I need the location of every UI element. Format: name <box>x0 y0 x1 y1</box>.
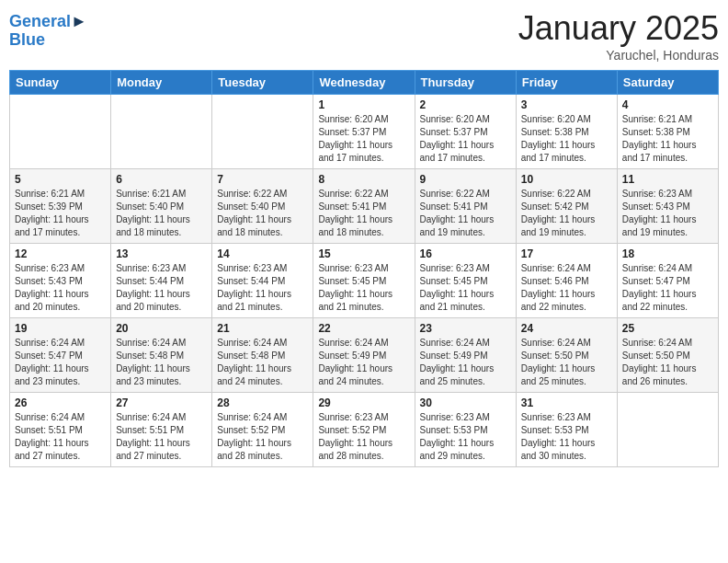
calendar-day-cell: 18Sunrise: 6:24 AMSunset: 5:47 PMDayligh… <box>617 244 718 318</box>
calendar-week-row: 19Sunrise: 6:24 AMSunset: 5:47 PMDayligh… <box>10 318 719 393</box>
weekday-header-cell: Friday <box>516 71 617 95</box>
day-number: 7 <box>217 173 308 186</box>
day-number: 9 <box>420 173 511 186</box>
day-number: 21 <box>217 322 308 335</box>
day-info: Sunrise: 6:23 AMSunset: 5:53 PMDaylight:… <box>521 411 612 463</box>
calendar-day-cell: 3Sunrise: 6:20 AMSunset: 5:38 PMDaylight… <box>516 95 617 169</box>
title-block: January 2025 Yaruchel, Honduras <box>518 9 719 63</box>
day-info: Sunrise: 6:21 AMSunset: 5:40 PMDaylight:… <box>116 188 207 239</box>
day-info: Sunrise: 6:24 AMSunset: 5:51 PMDaylight:… <box>116 411 207 463</box>
weekday-header-cell: Tuesday <box>212 71 313 95</box>
day-info: Sunrise: 6:22 AMSunset: 5:42 PMDaylight:… <box>521 188 612 239</box>
calendar-day-cell: 5Sunrise: 6:21 AMSunset: 5:39 PMDaylight… <box>10 169 111 244</box>
day-number: 31 <box>521 396 612 409</box>
day-number: 27 <box>116 396 207 409</box>
page-header: General► Blue January 2025 Yaruchel, Hon… <box>9 9 719 63</box>
location: Yaruchel, Honduras <box>518 48 719 63</box>
day-info: Sunrise: 6:20 AMSunset: 5:37 PMDaylight:… <box>318 113 409 165</box>
day-info: Sunrise: 6:24 AMSunset: 5:51 PMDaylight:… <box>15 411 106 463</box>
calendar-day-cell <box>10 95 111 169</box>
logo-text: General► <box>9 13 87 31</box>
calendar-day-cell: 21Sunrise: 6:24 AMSunset: 5:48 PMDayligh… <box>212 318 313 393</box>
day-number: 5 <box>15 173 106 186</box>
calendar-day-cell: 22Sunrise: 6:24 AMSunset: 5:49 PMDayligh… <box>313 318 415 393</box>
day-number: 24 <box>521 322 612 335</box>
day-number: 12 <box>15 247 106 260</box>
calendar-day-cell: 20Sunrise: 6:24 AMSunset: 5:48 PMDayligh… <box>111 318 212 393</box>
calendar-day-cell: 8Sunrise: 6:22 AMSunset: 5:41 PMDaylight… <box>313 169 415 244</box>
calendar-day-cell: 12Sunrise: 6:23 AMSunset: 5:43 PMDayligh… <box>10 244 111 318</box>
day-info: Sunrise: 6:24 AMSunset: 5:50 PMDaylight:… <box>622 337 713 388</box>
calendar-day-cell: 15Sunrise: 6:23 AMSunset: 5:45 PMDayligh… <box>313 244 415 318</box>
weekday-header-row: SundayMondayTuesdayWednesdayThursdayFrid… <box>10 71 719 95</box>
calendar-day-cell: 14Sunrise: 6:23 AMSunset: 5:44 PMDayligh… <box>212 244 313 318</box>
calendar-day-cell: 6Sunrise: 6:21 AMSunset: 5:40 PMDaylight… <box>111 169 212 244</box>
day-info: Sunrise: 6:24 AMSunset: 5:49 PMDaylight:… <box>318 337 409 388</box>
day-info: Sunrise: 6:23 AMSunset: 5:45 PMDaylight:… <box>420 262 511 314</box>
day-number: 8 <box>318 173 409 186</box>
day-number: 30 <box>420 396 511 409</box>
day-info: Sunrise: 6:23 AMSunset: 5:53 PMDaylight:… <box>420 411 511 463</box>
calendar-week-row: 12Sunrise: 6:23 AMSunset: 5:43 PMDayligh… <box>10 244 719 318</box>
day-number: 26 <box>15 396 106 409</box>
calendar-day-cell: 29Sunrise: 6:23 AMSunset: 5:52 PMDayligh… <box>313 393 415 467</box>
calendar-day-cell: 31Sunrise: 6:23 AMSunset: 5:53 PMDayligh… <box>516 393 617 467</box>
calendar-day-cell: 26Sunrise: 6:24 AMSunset: 5:51 PMDayligh… <box>10 393 111 467</box>
day-info: Sunrise: 6:24 AMSunset: 5:48 PMDaylight:… <box>217 337 308 388</box>
month-title: January 2025 <box>518 9 719 48</box>
day-number: 14 <box>217 247 308 260</box>
calendar-week-row: 5Sunrise: 6:21 AMSunset: 5:39 PMDaylight… <box>10 169 719 244</box>
calendar-body: 1Sunrise: 6:20 AMSunset: 5:37 PMDaylight… <box>10 95 719 467</box>
day-number: 2 <box>420 98 511 111</box>
day-number: 23 <box>420 322 511 335</box>
day-info: Sunrise: 6:24 AMSunset: 5:50 PMDaylight:… <box>521 337 612 388</box>
day-number: 17 <box>521 247 612 260</box>
calendar-week-row: 26Sunrise: 6:24 AMSunset: 5:51 PMDayligh… <box>10 393 719 467</box>
weekday-header-cell: Monday <box>111 71 212 95</box>
weekday-header-cell: Saturday <box>617 71 718 95</box>
day-number: 20 <box>116 322 207 335</box>
day-info: Sunrise: 6:23 AMSunset: 5:43 PMDaylight:… <box>622 188 713 239</box>
calendar-day-cell <box>617 393 718 467</box>
weekday-header-cell: Thursday <box>415 71 516 95</box>
day-number: 11 <box>622 173 713 186</box>
calendar-day-cell: 28Sunrise: 6:24 AMSunset: 5:52 PMDayligh… <box>212 393 313 467</box>
day-info: Sunrise: 6:23 AMSunset: 5:52 PMDaylight:… <box>318 411 409 463</box>
day-number: 6 <box>116 173 207 186</box>
day-number: 22 <box>318 322 409 335</box>
day-number: 16 <box>420 247 511 260</box>
weekday-header-cell: Sunday <box>10 71 111 95</box>
logo-subtext: Blue <box>9 31 87 50</box>
day-info: Sunrise: 6:24 AMSunset: 5:47 PMDaylight:… <box>622 262 713 314</box>
day-info: Sunrise: 6:23 AMSunset: 5:43 PMDaylight:… <box>15 262 106 314</box>
day-number: 28 <box>217 396 308 409</box>
day-number: 10 <box>521 173 612 186</box>
day-info: Sunrise: 6:23 AMSunset: 5:44 PMDaylight:… <box>116 262 207 314</box>
calendar-day-cell: 9Sunrise: 6:22 AMSunset: 5:41 PMDaylight… <box>415 169 516 244</box>
day-info: Sunrise: 6:22 AMSunset: 5:41 PMDaylight:… <box>420 188 511 239</box>
calendar-day-cell <box>212 95 313 169</box>
day-info: Sunrise: 6:24 AMSunset: 5:52 PMDaylight:… <box>217 411 308 463</box>
day-info: Sunrise: 6:22 AMSunset: 5:40 PMDaylight:… <box>217 188 308 239</box>
logo: General► Blue <box>9 13 87 50</box>
calendar-day-cell: 2Sunrise: 6:20 AMSunset: 5:37 PMDaylight… <box>415 95 516 169</box>
calendar-day-cell: 24Sunrise: 6:24 AMSunset: 5:50 PMDayligh… <box>516 318 617 393</box>
day-info: Sunrise: 6:20 AMSunset: 5:37 PMDaylight:… <box>420 113 511 165</box>
day-number: 4 <box>622 98 713 111</box>
calendar-day-cell: 19Sunrise: 6:24 AMSunset: 5:47 PMDayligh… <box>10 318 111 393</box>
calendar-day-cell: 30Sunrise: 6:23 AMSunset: 5:53 PMDayligh… <box>415 393 516 467</box>
day-info: Sunrise: 6:24 AMSunset: 5:49 PMDaylight:… <box>420 337 511 388</box>
calendar-day-cell: 1Sunrise: 6:20 AMSunset: 5:37 PMDaylight… <box>313 95 415 169</box>
calendar-day-cell <box>111 95 212 169</box>
calendar-day-cell: 7Sunrise: 6:22 AMSunset: 5:40 PMDaylight… <box>212 169 313 244</box>
calendar-day-cell: 16Sunrise: 6:23 AMSunset: 5:45 PMDayligh… <box>415 244 516 318</box>
calendar-day-cell: 13Sunrise: 6:23 AMSunset: 5:44 PMDayligh… <box>111 244 212 318</box>
day-number: 15 <box>318 247 409 260</box>
day-info: Sunrise: 6:21 AMSunset: 5:39 PMDaylight:… <box>15 188 106 239</box>
calendar-day-cell: 27Sunrise: 6:24 AMSunset: 5:51 PMDayligh… <box>111 393 212 467</box>
calendar-day-cell: 11Sunrise: 6:23 AMSunset: 5:43 PMDayligh… <box>617 169 718 244</box>
calendar-week-row: 1Sunrise: 6:20 AMSunset: 5:37 PMDaylight… <box>10 95 719 169</box>
day-info: Sunrise: 6:23 AMSunset: 5:44 PMDaylight:… <box>217 262 308 314</box>
day-info: Sunrise: 6:21 AMSunset: 5:38 PMDaylight:… <box>622 113 713 165</box>
day-number: 13 <box>116 247 207 260</box>
